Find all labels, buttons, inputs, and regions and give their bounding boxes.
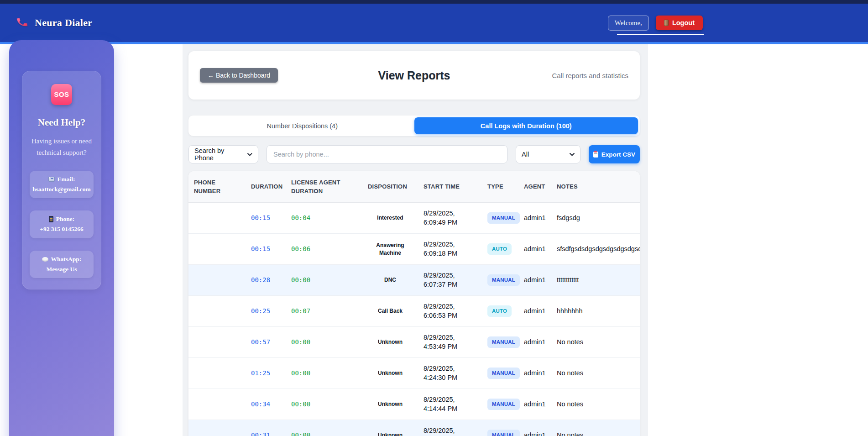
welcome-button[interactable]: Welcome, <box>608 16 649 31</box>
column-header: LICENSE AGENT DURATION <box>286 171 362 202</box>
email-icon <box>48 177 55 182</box>
phone-label: Phone: <box>56 214 75 224</box>
table-row: 01:2500:00Unknown8/29/2025, 4:24:30 PMMA… <box>188 358 640 389</box>
header-card: ← Back to Dashboard View Reports Call re… <box>188 51 640 100</box>
search-input[interactable] <box>267 145 507 163</box>
agent-cell: admin1 <box>518 265 551 295</box>
phone-cell <box>188 389 246 420</box>
logout-label: Logout <box>672 19 695 26</box>
duration-cell: 00:57 <box>246 327 286 357</box>
duration-cell: 00:25 <box>246 296 286 326</box>
disposition-cell: Call Back <box>362 296 418 326</box>
type-cell: MANUAL <box>482 265 518 295</box>
start-time-cell: 8/29/2025, 6:07:37 PM <box>418 265 482 295</box>
phone-cell <box>188 296 246 326</box>
type-filter-select[interactable]: All <box>516 145 580 163</box>
type-cell: MANUAL <box>482 389 518 420</box>
table-row: 00:1500:06Answering Machine8/29/2025, 6:… <box>188 234 640 265</box>
license-duration-cell: 00:00 <box>286 265 362 295</box>
start-time-cell: 8/29/2025, 6:09:18 PM <box>418 234 482 264</box>
filters: Search by Phone All Export CSV <box>188 145 640 163</box>
email-label: Email: <box>58 174 75 184</box>
phone-cell <box>188 203 246 233</box>
notes-cell: sfsdfgsdsdgsdgsdgsdgsdgsdgsd... <box>551 234 640 264</box>
brand-title: Neura Dialer <box>35 17 92 29</box>
notes-cell: hhhhhhh <box>551 296 640 326</box>
column-header: AGENT <box>518 171 551 202</box>
table-body: 00:1500:04Interested8/29/2025, 6:09:49 P… <box>188 203 640 436</box>
table-row: 00:1500:04Interested8/29/2025, 6:09:49 P… <box>188 203 640 234</box>
type-badge: MANUAL <box>487 399 520 410</box>
agent-cell: admin1 <box>518 420 551 436</box>
disposition-cell: Unknown <box>362 420 418 436</box>
brand-phone-icon <box>16 16 28 30</box>
help-card: SOS Need Help? Having issues or need tec… <box>22 71 101 289</box>
phone-card[interactable]: Phone: +92 315 0145266 <box>30 210 94 238</box>
start-time-cell: 8/29/2025, 4:14:44 PM <box>418 389 482 420</box>
navbar: Neura Dialer Welcome, Logout <box>0 4 868 42</box>
duration-cell: 00:34 <box>246 389 286 420</box>
type-cell: AUTO <box>482 234 518 264</box>
brand: Neura Dialer <box>16 16 92 30</box>
phone-icon <box>49 216 53 222</box>
type-cell: MANUAL <box>482 203 518 233</box>
tab-call-logs-with-duration[interactable]: Call Logs with Duration (100) <box>414 117 638 134</box>
duration-cell: 00:15 <box>246 203 286 233</box>
table-row: 00:3100:00Unknown8/29/2025, 3:34:28 PMMA… <box>188 420 640 436</box>
table-row: 00:3400:00Unknown8/29/2025, 4:14:44 PMMA… <box>188 389 640 420</box>
column-header: TYPE <box>482 171 518 202</box>
agent-cell: admin1 <box>518 327 551 357</box>
type-filter-value: All <box>522 151 529 158</box>
type-badge: MANUAL <box>487 274 520 286</box>
phone-cell <box>188 265 246 295</box>
type-cell: AUTO <box>482 296 518 326</box>
chevron-down-icon <box>247 153 252 156</box>
start-time-cell: 8/29/2025, 6:06:53 PM <box>418 296 482 326</box>
whatsapp-value: Message Us <box>31 264 92 274</box>
table-row: 00:5700:00Unknown8/29/2025, 4:53:49 PMMA… <box>188 327 640 358</box>
notes-cell: No notes <box>551 389 640 420</box>
email-card[interactable]: Email: hsaattock@gmail.com <box>30 171 94 199</box>
type-badge: MANUAL <box>487 212 520 224</box>
disposition-cell: DNC <box>362 265 418 295</box>
whatsapp-card[interactable]: WhatsApp: Message Us <box>30 251 94 278</box>
agent-cell: admin1 <box>518 389 551 420</box>
notes-cell: fsdgsdg <box>551 203 640 233</box>
type-badge: AUTO <box>487 243 512 255</box>
logout-button[interactable]: Logout <box>656 16 703 30</box>
column-header: PHONE NUMBER <box>188 171 246 202</box>
start-time-cell: 8/29/2025, 3:34:28 PM <box>418 420 482 436</box>
disposition-cell: Unknown <box>362 327 418 357</box>
disposition-cell: Answering Machine <box>362 234 418 264</box>
back-to-dashboard-button[interactable]: ← Back to Dashboard <box>200 68 278 83</box>
page-subtitle: Call reports and statistics <box>552 72 628 79</box>
disposition-cell: Unknown <box>362 389 418 420</box>
tab-number-dispositions[interactable]: Number Dispositions (4) <box>190 117 414 134</box>
license-duration-cell: 00:00 <box>286 420 362 436</box>
nav-underline <box>617 34 704 35</box>
email-value: hsaattock@gmail.com <box>31 184 92 194</box>
sos-icon: SOS <box>51 84 72 105</box>
license-duration-cell: 00:00 <box>286 327 362 357</box>
whatsapp-icon <box>42 257 48 262</box>
export-csv-button[interactable]: Export CSV <box>589 145 640 163</box>
agent-cell: admin1 <box>518 234 551 264</box>
clipboard-icon <box>593 152 598 158</box>
tabs: Number Dispositions (4) Call Logs with D… <box>188 116 640 136</box>
duration-cell: 00:15 <box>246 234 286 264</box>
duration-cell: 01:25 <box>246 358 286 389</box>
type-badge: MANUAL <box>487 336 520 348</box>
column-header: START TIME <box>418 171 482 202</box>
help-panel: SOS Need Help? Having issues or need tec… <box>9 40 114 436</box>
agent-cell: admin1 <box>518 358 551 389</box>
start-time-cell: 8/29/2025, 6:09:49 PM <box>418 203 482 233</box>
type-cell: MANUAL <box>482 358 518 389</box>
whatsapp-label: WhatsApp: <box>51 254 82 264</box>
help-heading: Need Help? <box>22 117 101 128</box>
notes-cell: tttttttttttt <box>551 265 640 295</box>
search-type-value: Search by Phone <box>194 147 244 162</box>
search-type-select[interactable]: Search by Phone <box>188 145 258 163</box>
table-header: PHONE NUMBERDURATIONLICENSE AGENT DURATI… <box>188 171 640 203</box>
start-time-cell: 8/29/2025, 4:53:49 PM <box>418 327 482 357</box>
type-badge: AUTO <box>487 305 512 317</box>
